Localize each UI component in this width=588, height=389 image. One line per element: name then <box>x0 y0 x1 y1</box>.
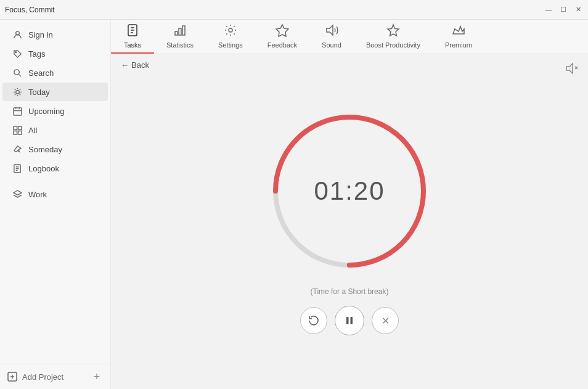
svg-line-11 <box>19 89 20 89</box>
timer-display: 01:20 <box>314 176 385 206</box>
timer-ring-container: 01:20 <box>263 105 436 277</box>
tag-icon <box>12 49 22 59</box>
tab-feedback-label: Feedback <box>267 41 297 49</box>
tab-tasks-label: Tasks <box>124 41 141 49</box>
tab-settings[interactable]: Settings <box>206 20 255 54</box>
svg-marker-38 <box>327 25 333 35</box>
premium-tab-icon <box>452 23 465 40</box>
person-icon <box>12 30 22 39</box>
tab-settings-label: Settings <box>218 41 243 49</box>
svg-point-0 <box>15 31 19 35</box>
tab-feedback[interactable]: Feedback <box>255 20 309 54</box>
maximize-button[interactable]: ☐ <box>558 5 568 15</box>
svg-marker-25 <box>13 190 21 195</box>
timer-subtitle: (Time for a Short break) <box>311 287 389 296</box>
sidebar-item-someday[interactable]: Someday <box>2 140 108 158</box>
sidebar-item-all-label: All <box>28 126 37 135</box>
sidebar-item-search[interactable]: Search <box>2 63 108 82</box>
svg-line-12 <box>14 94 15 94</box>
tabbar: Tasks Statistics <box>111 20 588 54</box>
app-body: Sign in Tags Search <box>0 20 588 389</box>
svg-rect-19 <box>13 131 17 134</box>
svg-rect-18 <box>18 126 22 129</box>
svg-line-3 <box>18 74 21 76</box>
svg-rect-20 <box>18 131 22 134</box>
settings-tab-icon <box>224 23 237 40</box>
svg-rect-13 <box>13 107 21 115</box>
sidebar-item-upcoming-label: Upcoming <box>28 107 65 116</box>
svg-rect-46 <box>351 317 353 324</box>
mute-button[interactable] <box>565 62 578 78</box>
tab-sound[interactable]: Sound <box>309 20 354 54</box>
layers-icon <box>12 189 22 199</box>
sidebar-item-upcoming[interactable]: Upcoming <box>2 102 108 120</box>
close-button[interactable]: ✕ <box>573 5 583 15</box>
svg-rect-45 <box>346 317 349 324</box>
sidebar-item-search-label: Search <box>28 68 54 78</box>
tab-premium-label: Premium <box>445 41 472 49</box>
tab-boost-productivity[interactable]: Boost Productivity <box>354 20 433 54</box>
stop-button[interactable]: ✕ <box>372 307 399 334</box>
add-project-footer[interactable]: Add Project + <box>0 364 110 389</box>
sidebar-item-work[interactable]: Work <box>2 185 108 203</box>
svg-line-9 <box>14 89 15 89</box>
tab-tasks[interactable]: Tasks <box>111 20 154 54</box>
statistics-tab-icon <box>173 23 187 40</box>
tab-boost-productivity-label: Boost Productivity <box>366 41 420 49</box>
sidebar-item-logbook[interactable]: Logbook <box>2 159 108 178</box>
app-title: Focus, Commit <box>5 6 55 14</box>
search-icon <box>12 68 22 78</box>
titlebar: Focus, Commit — ☐ ✕ <box>0 0 588 20</box>
pause-button[interactable] <box>335 306 364 335</box>
sidebar: Sign in Tags Search <box>0 20 111 389</box>
sidebar-item-work-label: Work <box>28 190 47 199</box>
tab-premium[interactable]: Premium <box>433 20 484 54</box>
plus-square-icon <box>7 372 17 382</box>
svg-point-2 <box>14 69 18 74</box>
grid-icon <box>12 125 22 135</box>
timer-controls: ✕ <box>300 306 399 335</box>
book-icon <box>12 163 22 173</box>
back-button[interactable]: ← Back <box>111 54 159 76</box>
back-label: Back <box>131 60 149 70</box>
sidebar-item-all[interactable]: All <box>2 121 108 139</box>
sidebar-item-someday-label: Someday <box>28 145 62 154</box>
svg-marker-39 <box>388 25 399 36</box>
svg-rect-35 <box>182 26 185 35</box>
svg-point-1 <box>15 51 16 52</box>
tab-statistics[interactable]: Statistics <box>154 20 206 54</box>
tab-sound-label: Sound <box>322 41 341 49</box>
sound-tab-icon <box>325 23 338 40</box>
back-arrow-icon: ← <box>121 60 129 70</box>
minimize-button[interactable]: — <box>544 5 553 15</box>
svg-rect-33 <box>175 31 178 35</box>
boost-tab-icon <box>386 23 400 40</box>
svg-marker-40 <box>566 63 573 73</box>
sun-icon <box>12 87 22 97</box>
add-project-plus-icon[interactable]: + <box>91 371 103 383</box>
sidebar-item-tags-label: Tags <box>28 49 45 59</box>
sidebar-item-sign-in-label: Sign in <box>28 30 53 39</box>
sidebar-item-tags[interactable]: Tags <box>2 44 108 63</box>
sidebar-item-sign-in[interactable]: Sign in <box>2 25 108 44</box>
sidebar-item-today-label: Today <box>28 88 50 97</box>
svg-rect-17 <box>13 126 17 129</box>
sidebar-item-today[interactable]: Today <box>2 83 108 101</box>
sidebar-nav: Sign in Tags Search <box>0 20 110 364</box>
calendar-icon <box>12 106 22 116</box>
svg-rect-34 <box>179 28 181 35</box>
svg-marker-37 <box>276 25 288 36</box>
window-controls: — ☐ ✕ <box>544 5 583 15</box>
content-area: Tasks Statistics <box>111 20 588 389</box>
svg-point-4 <box>15 90 19 94</box>
tasks-tab-icon <box>126 23 139 40</box>
plane-icon <box>12 144 22 154</box>
feedback-tab-icon <box>276 23 289 40</box>
timer-area: 01:20 (Time for a Short break) <box>111 76 588 389</box>
tab-statistics-label: Statistics <box>166 41 194 49</box>
reset-button[interactable] <box>300 307 327 334</box>
add-project-label: Add Project <box>22 372 63 382</box>
stop-icon: ✕ <box>382 315 390 327</box>
sidebar-item-logbook-label: Logbook <box>28 164 59 173</box>
main-content: ← Back <box>111 54 588 389</box>
